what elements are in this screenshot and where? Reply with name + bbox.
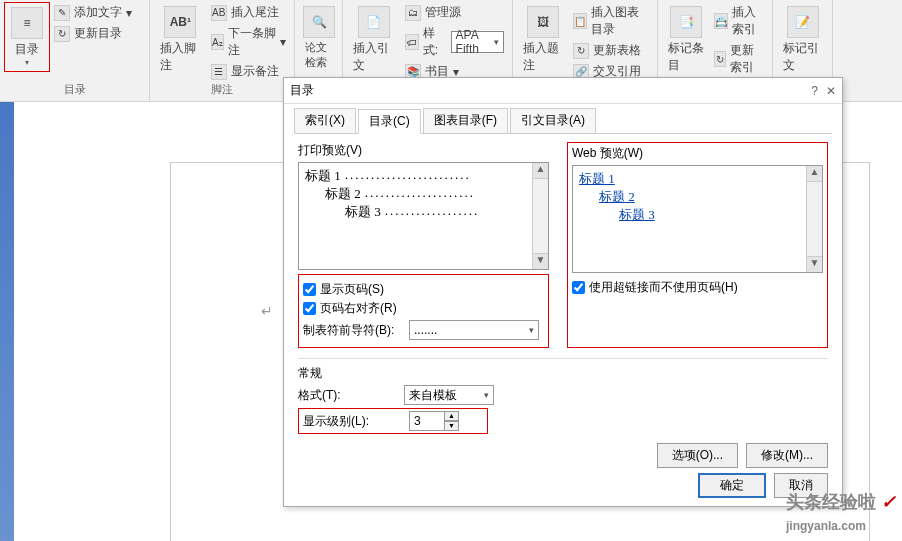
- chevron-down-icon: ▾: [280, 35, 286, 49]
- toc-button[interactable]: ≡ 目录 ▾: [4, 2, 50, 72]
- help-button[interactable]: ?: [811, 84, 818, 98]
- insert-footnote-button[interactable]: AB¹ 插入脚注: [154, 2, 207, 78]
- update-toc-icon: ↻: [54, 26, 70, 42]
- show-levels-input[interactable]: [409, 411, 445, 431]
- tab-leader-label: 制表符前导符(B):: [303, 322, 403, 339]
- research-button[interactable]: 🔍 论文检索: [299, 2, 339, 74]
- scroll-down-icon[interactable]: ▼: [807, 256, 822, 272]
- close-button[interactable]: ✕: [826, 84, 836, 98]
- spin-up-icon[interactable]: ▲: [445, 411, 459, 421]
- watermark-text: 头条经验啦: [786, 492, 876, 512]
- update-table-icon: ↻: [573, 43, 589, 59]
- format-select[interactable]: 来自模板 ▾: [404, 385, 494, 405]
- insert-index-icon: 📇: [714, 13, 728, 29]
- toc-preview-line: 标题 3 .................. 5: [305, 203, 542, 221]
- toc-icon: ≡: [11, 7, 43, 39]
- ok-button[interactable]: 确定: [698, 473, 766, 498]
- checkbox[interactable]: [303, 283, 316, 296]
- manage-sources-icon: 🗂: [405, 5, 421, 21]
- insert-caption-button[interactable]: 🖼 插入题注: [517, 2, 569, 78]
- update-toc-button[interactable]: ↻ 更新目录: [50, 23, 136, 44]
- mark-entry-button[interactable]: 📑 标记条目: [662, 2, 710, 78]
- print-preview-label: 打印预览(V): [298, 142, 549, 159]
- scroll-down-icon[interactable]: ▼: [533, 253, 548, 269]
- paragraph-mark: ↵: [261, 303, 273, 319]
- show-page-numbers-checkbox[interactable]: 显示页码(S): [303, 281, 544, 298]
- update-table-button[interactable]: ↻ 更新表格: [569, 40, 653, 61]
- style-combo[interactable]: APA Fifth ▾: [451, 31, 504, 53]
- web-preview-link[interactable]: 标题 1: [579, 170, 816, 188]
- show-notes-button[interactable]: ☰ 显示备注: [207, 61, 290, 82]
- caption-icon: 🖼: [527, 6, 559, 38]
- insert-endnote-button[interactable]: AB 插入尾注: [207, 2, 290, 23]
- endnote-icon: AB: [211, 5, 227, 21]
- toc-preview-line: 标题 2 ..................... 3: [305, 185, 542, 203]
- ribbon-group-toc: ≡ 目录 ▾ ✎ 添加文字 ▾ ↻ 更新目录 目录: [0, 0, 150, 101]
- general-label: 常规: [298, 365, 828, 382]
- web-preview-link[interactable]: 标题 2: [579, 188, 816, 206]
- show-notes-icon: ☰: [211, 64, 227, 80]
- citation-icon: 📄: [358, 6, 390, 38]
- update-index-button[interactable]: ↻ 更新索引: [710, 40, 768, 78]
- show-notes-label: 显示备注: [231, 63, 279, 80]
- checkbox-label: 使用超链接而不使用页码(H): [589, 279, 738, 296]
- research-icon: 🔍: [303, 6, 335, 38]
- chevron-down-icon: ▾: [25, 58, 29, 67]
- insert-citation-label: 插入引文: [353, 40, 395, 74]
- manage-sources-button[interactable]: 🗂 管理源: [401, 2, 508, 23]
- scroll-up-icon[interactable]: ▲: [807, 166, 822, 182]
- mark-citation-button[interactable]: 📝 标记引文: [777, 2, 828, 78]
- next-footnote-icon: A₂: [211, 34, 224, 50]
- web-preview-link[interactable]: 标题 3: [579, 206, 816, 224]
- update-index-icon: ↻: [714, 51, 726, 67]
- side-ruler: [0, 102, 14, 541]
- insert-citation-button[interactable]: 📄 插入引文 ▾: [347, 2, 401, 87]
- web-preview-label: Web 预览(W): [572, 145, 823, 162]
- spin-down-icon[interactable]: ▼: [445, 421, 459, 431]
- citation-style-row[interactable]: 🏷 样式: APA Fifth ▾: [401, 23, 508, 61]
- toc-dots: ........................: [341, 167, 536, 185]
- dialog-titlebar: 目录 ? ✕: [284, 78, 842, 104]
- manage-sources-label: 管理源: [425, 4, 461, 21]
- check-icon: ✓: [881, 492, 896, 512]
- toc-dots: .....................: [361, 185, 536, 203]
- mark-entry-icon: 📑: [670, 6, 702, 38]
- checkbox[interactable]: [572, 281, 585, 294]
- scrollbar[interactable]: ▲ ▼: [532, 163, 548, 269]
- web-preview-box: 标题 1 标题 2 标题 3 ▲ ▼: [572, 165, 823, 273]
- style-label: 样式:: [423, 25, 447, 59]
- tab-leader-select[interactable]: ....... ▾: [409, 320, 539, 340]
- chevron-down-icon: ▾: [494, 37, 499, 47]
- right-align-checkbox[interactable]: 页码右对齐(R): [303, 300, 544, 317]
- options-button[interactable]: 选项(O)...: [657, 443, 738, 468]
- use-hyperlinks-checkbox[interactable]: 使用超链接而不使用页码(H): [572, 279, 823, 296]
- add-text-button[interactable]: ✎ 添加文字 ▾: [50, 2, 136, 23]
- watermark: 头条经验啦 ✓ jingyanla.com: [786, 490, 896, 535]
- insert-caption-label: 插入题注: [523, 40, 563, 74]
- tab-leader-row: 制表符前导符(B): ....... ▾: [303, 320, 544, 340]
- tab-toc[interactable]: 目录(C): [358, 109, 421, 134]
- scroll-up-icon[interactable]: ▲: [533, 163, 548, 179]
- insert-footnote-label: 插入脚注: [160, 40, 201, 74]
- next-footnote-button[interactable]: A₂ 下一条脚注 ▾: [207, 23, 290, 61]
- format-value: 来自模板: [409, 387, 457, 404]
- ribbon-group-footnote: AB¹ 插入脚注 AB 插入尾注 A₂ 下一条脚注 ▾ ☰ 显示备注 脚注: [150, 0, 295, 101]
- divider: [298, 358, 828, 359]
- insert-fig-toc-button[interactable]: 📋 插入图表目录: [569, 2, 653, 40]
- checkbox[interactable]: [303, 302, 316, 315]
- style-icon: 🏷: [405, 34, 419, 50]
- show-levels-spinner[interactable]: ▲ ▼: [409, 411, 459, 431]
- insert-index-button[interactable]: 📇 插入索引: [710, 2, 768, 40]
- ribbon-group-label: 目录: [4, 82, 145, 99]
- style-value: APA Fifth: [456, 28, 494, 56]
- mark-citation-icon: 📝: [787, 6, 819, 38]
- toc-dots: ..................: [381, 203, 536, 221]
- scrollbar[interactable]: ▲ ▼: [806, 166, 822, 272]
- show-levels-label: 显示级别(L):: [303, 413, 403, 430]
- tab-fig[interactable]: 图表目录(F): [423, 108, 508, 133]
- tab-toa[interactable]: 引文目录(A): [510, 108, 596, 133]
- checkbox-label: 页码右对齐(R): [320, 300, 397, 317]
- print-preview-box: 标题 1 ........................ 1 标题 2 ...…: [298, 162, 549, 270]
- modify-button[interactable]: 修改(M)...: [746, 443, 828, 468]
- tab-index[interactable]: 索引(X): [294, 108, 356, 133]
